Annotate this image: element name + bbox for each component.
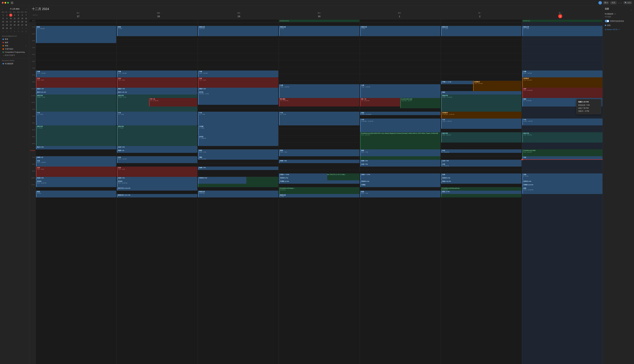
mini-cal-day[interactable]: 18: [13, 20, 16, 23]
panel-more-button[interactable]: ...: [630, 8, 632, 11]
event-xizao-thu[interactable]: 洗澡 9 PM: [117, 177, 197, 180]
event-sleep2-thu[interactable]: 睡觉记录 10:57 PM: [117, 194, 197, 198]
event-wuxiu-thu[interactable]: 午休 12 – 2 PM: [117, 112, 197, 126]
calendar-item-kaoyan[interactable]: 考研 ✏: [2, 44, 27, 48]
search-box[interactable]: 🔍 搜索: [624, 1, 632, 4]
mini-cal-day[interactable]: 5: [17, 14, 20, 17]
mini-cal-day[interactable]: 28: [24, 24, 28, 26]
event-sleep-mon[interactable]: 睡觉记录 12 – 4 AM: [441, 26, 521, 36]
event-wuxiu-sat[interactable]: 午休 12 – 2 PM: [279, 112, 359, 126]
event-wuxiu-mon[interactable]: 午休 12:30 – 1:30 PM: [441, 118, 521, 129]
mini-cal-day[interactable]: 16: [5, 20, 8, 23]
calendar-edit-icon[interactable]: ✏: [26, 45, 27, 47]
event-wuxiu-fri[interactable]: 午休 12 – 2 PM: [198, 112, 278, 126]
event-xiuxi-wed[interactable]: 休息 6:30 – 7:30 PM: [36, 160, 116, 166]
mini-cal-day[interactable]: 5: [2, 30, 5, 33]
event-xiuxi2-thu[interactable]: 休息 6:30 – 7:30 PM: [117, 156, 197, 163]
event-tongzhi-mon[interactable]: 运动 7 PM: [441, 160, 521, 163]
close-button[interactable]: [2, 2, 4, 4]
mini-cal-day[interactable]: 30: [5, 27, 8, 30]
event-xiebo-sat[interactable]: 写博客 10 PM: [279, 180, 359, 184]
mini-cal-day[interactable]: 1: [2, 14, 5, 17]
event-linear2-wed[interactable]: 线性代码 2 – 5 PM: [36, 126, 116, 146]
event-sleep3-sun[interactable]: 睡觉 4:30 – 7 PM: [360, 190, 440, 198]
event-sleep2-mon[interactable]: 睡觉 12 PM: [441, 190, 521, 194]
event-shouji-fri[interactable]: 助手机 3 – 3:30 PM: [198, 136, 278, 146]
mini-cal-day[interactable]: 1: [13, 27, 16, 30]
event-sleep2-wed[interactable]: 睡觉 11 PM: [36, 190, 116, 198]
mini-cal-day[interactable]: 7: [9, 30, 12, 33]
event-chafang-tue[interactable]: 春廊 10:30 – 11:30 PM: [522, 187, 602, 194]
event-wancan-fri[interactable]: 晚餐 7 PM: [198, 166, 278, 170]
event-banshi[interactable]: 办完事 2 – 3 PM: [198, 126, 278, 136]
mini-cal-day[interactable]: 23: [5, 24, 8, 26]
mini-cal-day[interactable]: 2: [5, 14, 8, 17]
today-button[interactable]: 今天: [610, 1, 617, 4]
event-tongzhi-fri[interactable]: 通勤 5 – 7:10 PM: [198, 156, 278, 160]
event-sleep-tue[interactable]: 睡觉记录 12 – 4 AM: [522, 26, 602, 36]
prev-button[interactable]: ‹: [618, 2, 620, 4]
mini-cal-day[interactable]: 6: [21, 14, 24, 17]
calendar-item-jianshen[interactable]: 健身: [2, 41, 27, 44]
next-button[interactable]: ›: [620, 2, 622, 4]
event-beici-mon[interactable]: 背单词 9 PM: [441, 177, 521, 180]
event-linear-tue[interactable]: 线性代码 3:30 – 5:30 PM: [522, 132, 602, 142]
mini-cal-day[interactable]: 25: [13, 24, 16, 26]
event-wuxiu-tue[interactable]: 午休 12:30 – 1:30 PM: [522, 118, 602, 126]
mini-cal-day[interactable]: 7: [24, 14, 28, 17]
mini-cal-day[interactable]: 9: [5, 17, 8, 20]
event-wancan-wed[interactable]: 晚餐 6:30: [36, 156, 116, 160]
event-sanbu2-wed[interactable]: 散步 5 PM: [36, 146, 116, 150]
event-wancan-sun[interactable]: 晚餐 2 PM: [360, 160, 440, 163]
event-yundong-wed[interactable]: 运动 7:30 – 9 PM: [36, 166, 116, 177]
event-gaoshu2-mon[interactable]: 高等数学 11:30 AM – 12:30 PM: [441, 112, 521, 118]
event-sleep-sun2[interactable]: 睡觉 4:30 – 7 PM: [360, 150, 440, 156]
mini-cal-day[interactable]: 2: [17, 27, 20, 30]
mini-cal-day[interactable]: 14: [24, 17, 28, 20]
allday-event-codeforces[interactable]: [Codeforces] Ra...: [279, 20, 359, 22]
event-leetcode[interactable]: [LeetCode] #426 10:30 AM – 33 PM: [400, 98, 440, 108]
event-linear2-mon[interactable]: 线性代码 3:30 – 5:30 PM: [441, 132, 521, 142]
event-beici-wed[interactable]: 背单词 9:30 – 10:30 PM: [36, 180, 116, 187]
mini-cal-day[interactable]: 13: [21, 17, 24, 20]
calendar-item-cp[interactable]: Competitive Programming: [2, 51, 27, 54]
event-beici-sat[interactable]: 背单词 9 PM: [279, 177, 327, 180]
event-sleep3-fri[interactable]: 睡觉记录 10:57 PM: [198, 190, 278, 198]
event-yuedu-mon[interactable]: 阅读 9:40 PM: [441, 180, 521, 184]
event-xiong-sat[interactable]: 胸+腹肌 10 – 11:30 AM: [279, 98, 359, 106]
event-beici-fri[interactable]: 背单词 9 PM: [198, 177, 246, 184]
mini-cal-day[interactable]: 15: [2, 20, 5, 23]
event-breakfast-fri[interactable]: 早餐 6:30 – 7:30 AM: [198, 70, 278, 77]
event-xiuxi-tue[interactable]: 休息: [522, 156, 602, 160]
add-calendar-button[interactable]: + 添加日历账号: [2, 54, 27, 57]
event-breakfast-thu[interactable]: 早餐 6:30 – 7:30 AM: [117, 70, 197, 77]
mini-cal-next[interactable]: ›: [27, 8, 27, 10]
event-shoujif[interactable]: 助手机 9:30 AM – 12 PM: [198, 91, 278, 105]
event-xizao-sat[interactable]: 洗澡 8 – 9 PM: [279, 174, 327, 177]
event-mingri-thu[interactable]: 明日方舟 10:30 PM: [117, 187, 197, 190]
event-linear2-thu[interactable]: 线性代码 2 – 5 PM: [117, 126, 197, 146]
event-yundong-tue[interactable]: 运动 3:30 – 10:30 AM: [522, 88, 602, 98]
event-jili-fri[interactable]: 激励 9 AM: [198, 88, 278, 91]
event-wuxiu-wed[interactable]: 午休 12 – 2 PM: [36, 112, 116, 126]
event-xiebo-sun[interactable]: 写博客: [360, 184, 440, 187]
mini-cal-day[interactable]: 4: [13, 14, 16, 17]
event-xizao-sun[interactable]: 洗澡 8 – 9 PM: [360, 174, 440, 180]
event-jili-mon[interactable]: 激励: [441, 91, 521, 94]
event-sleep-thu[interactable]: 睡觉 11 PM: [117, 26, 197, 36]
mini-cal-day[interactable]: 17: [9, 20, 12, 23]
notion-open-link[interactable]: 在 Notion 中打开 ↗: [605, 28, 632, 31]
mini-cal-day[interactable]: 29: [2, 27, 5, 30]
event-sanbu-wed[interactable]: 散步 9:30 AM: [36, 91, 116, 94]
event-xiuxi-thu[interactable]: 休息 5 PM: [117, 146, 197, 150]
mini-cal-day[interactable]: 6: [5, 30, 8, 33]
mini-cal-day[interactable]: 27: [21, 24, 24, 26]
mini-cal-prev[interactable]: ‹: [2, 8, 2, 10]
week-selector[interactable]: 周 ▾: [603, 1, 609, 4]
mini-cal-day[interactable]: 26: [17, 24, 20, 26]
mini-cal-day[interactable]: 12: [17, 17, 20, 20]
event-xizao-tue[interactable]: 洗澡 8 – 9 PM: [522, 174, 602, 180]
mini-cal-day[interactable]: 31: [9, 27, 12, 30]
event-sleep-fri2[interactable]: 睡觉 4:30 – 7 PM: [198, 150, 278, 156]
mini-cal-day[interactable]: 10: [9, 17, 12, 20]
